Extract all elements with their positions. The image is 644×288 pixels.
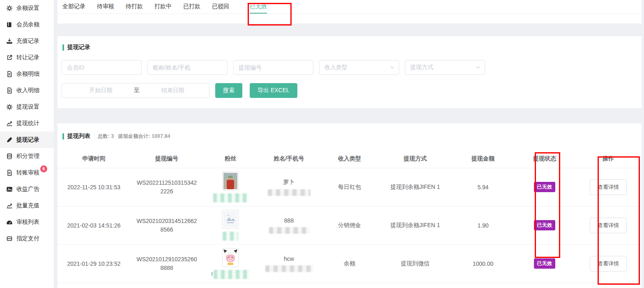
cell-method: 提现到余额JIFEN 1 [378,168,452,206]
tab-pending-payment[interactable]: 待打款 [126,0,143,14]
view-detail-button[interactable]: 查看详情 [590,218,627,233]
cell-income-type: 余额 [321,244,378,283]
notification-badge: 6 [40,165,47,172]
sidebar-item-withdraw-statistics[interactable]: 提现统计 [0,115,54,132]
cell-method: 提现到微信 [378,244,452,283]
col-action: 操作 [575,150,641,168]
view-detail-button[interactable]: 查看详情 [590,179,627,195]
income-type-select-value: 收入类型 [324,64,347,71]
cell-name-phone: hcw [257,244,321,283]
sidebar-item-revenue-ads[interactable]: 收益广告 [0,181,54,197]
status-badge: 已无效 [534,258,555,269]
cell-withdraw-no: WS20210203145126628566 [130,206,204,244]
withdraw-list-panel: 提现列表 总数: 3 提现金额合计: 1007.84 申请时间 提现编号 粉丝 … [58,123,642,288]
cell-action: 查看详情 [575,168,641,206]
list-amount-sum: 提现金额合计: 1007.84 [118,133,170,140]
col-apply-time: 申请时间 [58,150,130,168]
file-icon [6,71,13,77]
censored-phone [265,265,313,272]
sidebar-item-label: 充值记录 [16,37,39,45]
sidebar-item-withdraw-records[interactable]: 提现记录 [0,132,54,148]
date-separator: 至 [132,87,141,94]
sidebar-item-balance-settings[interactable]: 余额设置 [0,0,54,16]
col-method: 提现方式 [378,150,452,168]
tab-pending-review[interactable]: 待审核 [97,0,114,14]
cell-income-type: 分销佣金 [321,206,378,244]
sidebar-item-balance-details[interactable]: 余额明细 [0,66,54,82]
sidebar-item-transfer-records[interactable]: 转让记录 [0,49,54,66]
export-excel-button[interactable]: 导出 EXCEL [250,83,297,98]
minus-square-icon [6,235,13,242]
sidebar-item-label: 审核列表 [16,218,39,226]
list-title: 提现列表 [67,132,90,140]
view-detail-button[interactable]: 查看详情 [590,256,627,272]
fan-avatar-photo [222,172,239,190]
col-status: 提现状态 [514,150,575,168]
nickname-input[interactable] [147,60,228,75]
censored-fan-id [213,193,248,202]
table-row: 2022-11-25 10:31:53 WS202211251031534222… [58,168,641,206]
table-header-row: 申请时间 提现编号 粉丝 姓名/手机号 收入类型 提现方式 提现金额 提现状态 … [58,150,641,168]
sidebar-item-transfer-review[interactable]: 转账审核 6 [0,165,54,181]
censored-fan-id [214,270,250,279]
fan-avatar-pig-cartoon [222,248,239,267]
tabs: 全部记录 待审核 待打款 打款中 已打款 已驳回 已无效 [58,0,642,14]
cell-status: 已无效 [514,244,575,283]
cell-apply-time: 2022-11-25 10:31:53 [58,168,130,206]
cell-income-type: 每日红包 [321,168,378,206]
tab-all-records[interactable]: 全部记录 [62,0,85,14]
member-id-input[interactable] [62,60,142,75]
sidebar-item-withdraw-settings[interactable]: 提现设置 [0,99,54,115]
sidebar-item-label: 会员余额 [16,21,39,28]
sidebar-item-label: 提现统计 [16,120,39,127]
sidebar-item-label: 余额设置 [16,5,39,12]
section-accent-bar [62,44,64,51]
date-end-placeholder: 结束日期 [141,87,204,94]
tab-paying[interactable]: 打款中 [154,0,172,14]
sidebar-item-label: 转让记录 [16,54,39,61]
col-withdraw-no: 提现编号 [130,150,204,168]
cell-amount: 1.90 [452,206,514,244]
censored-fan-id [223,232,238,241]
search-button[interactable]: 搜索 [215,83,242,98]
fan-name: 萝卜 [283,179,295,186]
date-range-input[interactable]: 开始日期 至 结束日期 [62,83,209,98]
sidebar-item-label: 转账审核 [16,169,39,177]
col-income-type: 收入类型 [321,150,378,168]
withdraw-method-select[interactable]: 提现方式 [405,60,485,75]
censored-fan-id-prefix: f [211,272,212,277]
sidebar-item-batch-recharge[interactable]: 批量充值 [0,197,54,214]
sidebar-item-label: 收益广告 [16,186,39,193]
sidebar-item-income-details[interactable]: 收入明细 [0,82,54,99]
gear-icon [6,104,13,110]
sidebar-item-review-list[interactable]: 审核列表 [0,214,54,230]
file-icon [6,87,13,94]
sidebar-item-designated-payment[interactable]: 指定支付 [0,230,54,247]
chevron-down-icon [390,65,395,70]
image-icon [6,186,13,193]
cell-apply-time: 2021-01-29 10:23:52 [58,244,130,283]
sidebar-item-points-management[interactable]: 积分管理 [0,148,54,165]
cell-fans [204,206,257,244]
withdraw-table: 申请时间 提现编号 粉丝 姓名/手机号 收入类型 提现方式 提现金额 提现状态 … [58,150,641,283]
income-type-select[interactable]: 收入类型 [319,60,399,75]
tab-rejected[interactable]: 已驳回 [212,0,229,14]
coins-icon [6,153,13,160]
status-tab-bar: 全部记录 待审核 待打款 打款中 已打款 已驳回 已无效 [58,0,642,23]
withdraw-no-input[interactable] [233,60,313,75]
cell-fans [204,168,257,206]
book-icon [6,21,13,28]
fan-name: 888 [284,217,294,224]
sidebar-item-member-balance[interactable]: 会员余额 [0,16,54,33]
cell-action: 查看详情 [575,244,641,283]
sidebar-item-label: 批量充值 [16,202,39,209]
cell-fans: f [204,244,257,283]
col-name-phone: 姓名/手机号 [257,150,321,168]
tab-invalid[interactable]: 已无效 [250,0,267,14]
sidebar-item-label: 提现记录 [16,136,39,144]
tab-paid[interactable]: 已打款 [183,0,200,14]
table-row: 2021-01-29 10:23:52 WS202101291023526088… [58,244,641,283]
censored-phone [268,189,310,196]
sidebar-item-recharge-records[interactable]: 充值记录 [0,33,54,49]
fan-name: hcw [284,255,294,262]
